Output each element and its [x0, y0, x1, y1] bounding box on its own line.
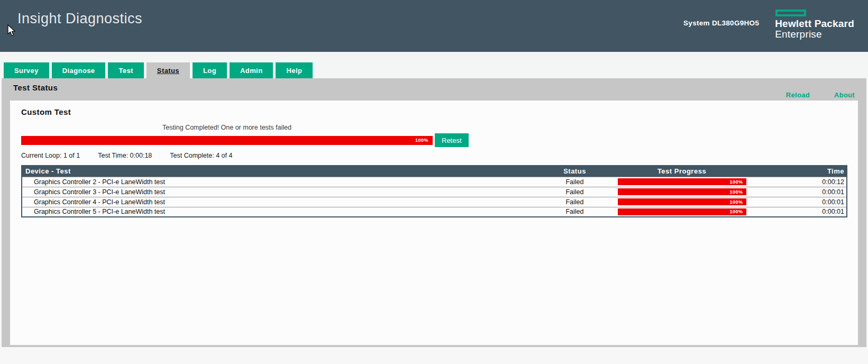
device-test-cell: Graphics Controller 2 - PCI-e LaneWidth …: [22, 177, 542, 187]
hpe-logo: Hewlett Packard Enterprise: [775, 10, 854, 40]
title-links: Reload About: [786, 91, 855, 99]
system-id: System DL380G9HO5: [683, 19, 759, 27]
test-stats: Current Loop: 1 of 1 Test Time: 0:00:18 …: [21, 152, 858, 159]
status-cell: Failed: [542, 187, 608, 197]
table-row: Graphics Controller 3 - PCI-e LaneWidth …: [22, 187, 847, 197]
retest-button[interactable]: Retest: [435, 133, 469, 147]
table-row: Graphics Controller 5 - PCI-e LaneWidth …: [22, 207, 847, 217]
content-area: Custom Test Testing Completed! One or mo…: [10, 101, 858, 345]
hpe-rectangle-icon: [775, 10, 806, 16]
reload-link[interactable]: Reload: [786, 91, 810, 99]
device-test-cell: Graphics Controller 3 - PCI-e LaneWidth …: [22, 187, 542, 197]
stat-test-complete: Test Complete: 4 of 4: [170, 152, 232, 159]
tab-bar: Survey Diagnose Test Status Log Admin He…: [0, 62, 868, 78]
tab-test[interactable]: Test: [108, 62, 143, 78]
row-progress-bar: 100%: [618, 188, 746, 195]
section-title: Custom Test: [21, 107, 858, 116]
time-cell: 0:00:12: [756, 177, 847, 187]
overall-progress-bar: 100%: [21, 136, 433, 145]
tab-survey[interactable]: Survey: [4, 62, 49, 78]
row-progress-percent: 100%: [729, 199, 743, 205]
system-value: DL380G9HO5: [712, 19, 759, 27]
time-cell: 0:00:01: [756, 187, 847, 197]
status-cell: Failed: [542, 207, 608, 217]
app-title: Insight Diagnostics: [17, 10, 142, 27]
column-header-status: Status: [542, 166, 608, 177]
progress-message: Testing Completed! One or more tests fai…: [21, 124, 433, 131]
header-spacer: [0, 52, 868, 62]
row-progress-percent: 100%: [729, 209, 743, 214]
stat-test-time: Test Time: 0:00:18: [98, 152, 152, 159]
table-row: Graphics Controller 4 - PCI-e LaneWidth …: [22, 197, 847, 207]
mouse-cursor-icon: [7, 24, 16, 37]
row-progress-bar: 100%: [618, 198, 746, 205]
header-right: System DL380G9HO5 Hewlett Packard Enterp…: [683, 10, 854, 40]
overall-progress-area: Testing Completed! One or more tests fai…: [21, 124, 858, 147]
tab-status[interactable]: Status: [147, 62, 190, 78]
row-progress-bar: 100%: [618, 208, 746, 215]
stat-current-loop: Current Loop: 1 of 1: [21, 152, 80, 159]
row-progress-percent: 100%: [729, 179, 743, 185]
time-cell: 0:00:01: [756, 197, 847, 207]
tab-log[interactable]: Log: [193, 62, 227, 78]
device-test-cell: Graphics Controller 5 - PCI-e LaneWidth …: [22, 207, 542, 217]
test-results-table: Device - Test Status Test Progress Time …: [21, 165, 847, 217]
row-progress-percent: 100%: [729, 189, 743, 195]
hpe-brand-line2: Enterprise: [775, 29, 854, 40]
row-progress-bar: 100%: [618, 178, 746, 185]
status-cell: Failed: [542, 197, 608, 207]
table-header-row: Device - Test Status Test Progress Time: [22, 166, 847, 177]
time-cell: 0:00:01: [756, 207, 847, 217]
about-link[interactable]: About: [834, 91, 855, 99]
table-row: Graphics Controller 2 - PCI-e LaneWidth …: [22, 177, 847, 187]
app-header: Insight Diagnostics System DL380G9HO5 He…: [0, 0, 868, 52]
page: Insight Diagnostics System DL380G9HO5 He…: [0, 0, 868, 364]
system-label: System: [683, 19, 710, 27]
status-cell: Failed: [542, 177, 608, 187]
tab-admin[interactable]: Admin: [230, 62, 273, 78]
device-test-cell: Graphics Controller 4 - PCI-e LaneWidth …: [22, 197, 542, 207]
column-header-device-test: Device - Test: [22, 166, 542, 177]
tab-help[interactable]: Help: [276, 62, 313, 78]
page-title: Test Status: [2, 78, 866, 92]
status-panel: Test Status Reload About Custom Test Tes…: [2, 78, 866, 347]
overall-progress-percent: 100%: [415, 138, 428, 143]
tab-diagnose[interactable]: Diagnose: [52, 62, 106, 78]
column-header-time: Time: [756, 166, 847, 177]
progress-row: 100% Retest: [21, 133, 858, 147]
title-bar: Test Status Reload About: [2, 78, 866, 101]
column-header-test-progress: Test Progress: [608, 166, 756, 177]
hpe-brand-line1: Hewlett Packard: [775, 19, 854, 29]
